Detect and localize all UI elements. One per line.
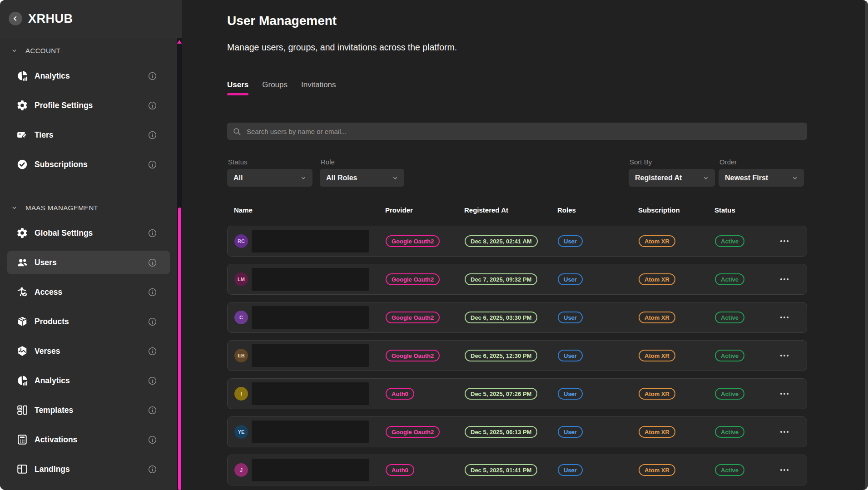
- provider-badge: Google Oauth2: [386, 235, 440, 247]
- back-button[interactable]: [9, 12, 22, 25]
- tab-users[interactable]: Users: [227, 80, 248, 95]
- info-icon[interactable]: [148, 317, 157, 327]
- sidebar-item-analytics[interactable]: Analytics: [7, 369, 170, 392]
- row-actions-button[interactable]: [780, 317, 793, 318]
- avatar: YE: [234, 425, 248, 439]
- search-bar: [227, 123, 807, 140]
- sidebar-item-label: Templates: [35, 406, 73, 415]
- row-actions-button[interactable]: [780, 278, 793, 280]
- table-row[interactable]: J Auth0 Dec 5, 2025, 01:41 PM User Atom …: [227, 455, 807, 485]
- name-cell: LM: [234, 268, 386, 291]
- status-badge: Active: [715, 235, 744, 247]
- subscription-badge: Atom XR: [639, 312, 675, 323]
- row-actions-button[interactable]: [780, 393, 793, 395]
- avatar: RC: [234, 234, 248, 248]
- role-badge: User: [558, 273, 583, 285]
- row-actions-button[interactable]: [780, 431, 793, 433]
- role-badge: User: [558, 235, 583, 247]
- table-header: Name Provider Registered At Roles Subscr…: [227, 205, 807, 214]
- check-circle-icon: [16, 158, 28, 170]
- status-filter-value: All: [233, 174, 243, 182]
- sidebar-item-verses[interactable]: Verses: [7, 339, 170, 363]
- sidebar-item-activations[interactable]: Activations: [7, 428, 170, 451]
- activations-icon: [16, 434, 28, 445]
- name-cell: J: [234, 459, 386, 481]
- row-actions-button[interactable]: [780, 469, 793, 471]
- table-row[interactable]: YE Google Oauth2 Dec 5, 2025, 06:13 PM U…: [227, 416, 807, 447]
- info-icon[interactable]: [148, 130, 157, 140]
- redacted-name: [252, 421, 369, 443]
- name-cell: EB: [234, 344, 386, 367]
- info-icon[interactable]: [148, 71, 157, 81]
- avatar: EB: [234, 349, 248, 362]
- column-header: Subscription: [638, 206, 714, 214]
- tab-invitations[interactable]: Invitations: [301, 80, 336, 95]
- info-icon[interactable]: [148, 376, 157, 386]
- subscription-badge: Atom XR: [639, 426, 675, 438]
- sidebar-item-products[interactable]: Products: [7, 310, 170, 333]
- table-row[interactable]: LM Google Oauth2 Dec 7, 2025, 09:32 PM U…: [227, 264, 807, 295]
- info-icon[interactable]: [148, 101, 157, 110]
- table-row[interactable]: I Auth0 Dec 5, 2025, 07:26 PM User Atom …: [227, 378, 807, 409]
- main-content: User Management Manage users, groups, an…: [182, 0, 868, 490]
- sidebar-item-templates[interactable]: Templates: [7, 398, 170, 422]
- sidebar-item-tiers[interactable]: Tiers: [7, 123, 170, 147]
- info-icon[interactable]: [148, 435, 157, 445]
- page-scrollbar[interactable]: [865, 0, 868, 490]
- table-row[interactable]: EB Google Oauth2 Dec 6, 2025, 12:30 PM U…: [227, 340, 807, 371]
- subscription-badge: Atom XR: [639, 235, 675, 247]
- search-icon: [233, 127, 241, 136]
- registered-at-badge: Dec 6, 2025, 12:30 PM: [465, 350, 537, 361]
- order-dropdown[interactable]: Newest First: [719, 169, 804, 187]
- access-icon: [16, 286, 28, 298]
- sidebar-item-access[interactable]: Access: [7, 280, 170, 304]
- row-actions-button[interactable]: [780, 355, 793, 356]
- registered-at-badge: Dec 5, 2025, 07:26 PM: [465, 388, 537, 400]
- status-badge: Active: [715, 312, 744, 323]
- info-icon[interactable]: [148, 406, 157, 415]
- info-icon[interactable]: [148, 228, 157, 238]
- chevron-left-icon: [11, 14, 20, 23]
- redacted-name: [252, 382, 369, 405]
- role-filter-dropdown[interactable]: All Roles: [320, 169, 404, 187]
- users-icon: [16, 257, 28, 268]
- provider-badge: Google Oauth2: [386, 426, 440, 438]
- role-badge: User: [558, 350, 583, 361]
- status-badge: Active: [715, 273, 744, 285]
- sidebar-item-profile-settings[interactable]: Profile Settings: [7, 94, 170, 117]
- sort-by-dropdown[interactable]: Registered At: [629, 169, 715, 187]
- info-icon[interactable]: [148, 346, 157, 356]
- sidebar-scrollbar-track[interactable]: [177, 38, 182, 490]
- sidebar-section-header[interactable]: ACCOUNT: [11, 47, 177, 54]
- tab-groups[interactable]: Groups: [262, 80, 288, 95]
- search-input[interactable]: [246, 127, 802, 136]
- chevron-down-icon: [791, 174, 799, 182]
- table-row[interactable]: RC Google Oauth2 Dec 8, 2025, 02:41 AM U…: [227, 226, 807, 257]
- sidebar-scrollbar-thumb[interactable]: [178, 208, 181, 490]
- row-actions-button[interactable]: [780, 240, 793, 242]
- verses-icon: [16, 345, 28, 357]
- info-icon[interactable]: [148, 465, 157, 474]
- column-header: Provider: [385, 206, 464, 214]
- role-badge: User: [558, 464, 583, 476]
- role-filter-value: All Roles: [326, 174, 357, 182]
- info-icon[interactable]: [148, 160, 157, 169]
- info-icon[interactable]: [148, 258, 157, 267]
- info-icon[interactable]: [148, 287, 157, 297]
- table-row[interactable]: C Google Oauth2 Dec 6, 2025, 03:30 PM Us…: [227, 302, 807, 333]
- order-value: Newest First: [725, 174, 768, 182]
- card-icon: [16, 129, 28, 141]
- sidebar-item-analytics[interactable]: Analytics: [7, 64, 170, 88]
- sidebar-item-label: Verses: [35, 346, 60, 356]
- sidebar-section-header[interactable]: MAAS MANAGEMENT: [11, 204, 177, 212]
- sidebar-item-landings[interactable]: Landings: [7, 457, 170, 481]
- sidebar-item-global-settings[interactable]: Global Settings: [7, 221, 170, 245]
- landings-icon: [16, 463, 28, 475]
- sidebar-item-subscriptions[interactable]: Subscriptions: [7, 153, 170, 176]
- redacted-name: [252, 344, 369, 367]
- sidebar-section-label: ACCOUNT: [25, 47, 60, 54]
- status-filter-dropdown[interactable]: All: [227, 169, 312, 187]
- subscription-badge: Atom XR: [639, 388, 675, 400]
- scroll-up-arrow-icon[interactable]: [177, 40, 182, 44]
- sidebar-item-users[interactable]: Users: [7, 251, 170, 274]
